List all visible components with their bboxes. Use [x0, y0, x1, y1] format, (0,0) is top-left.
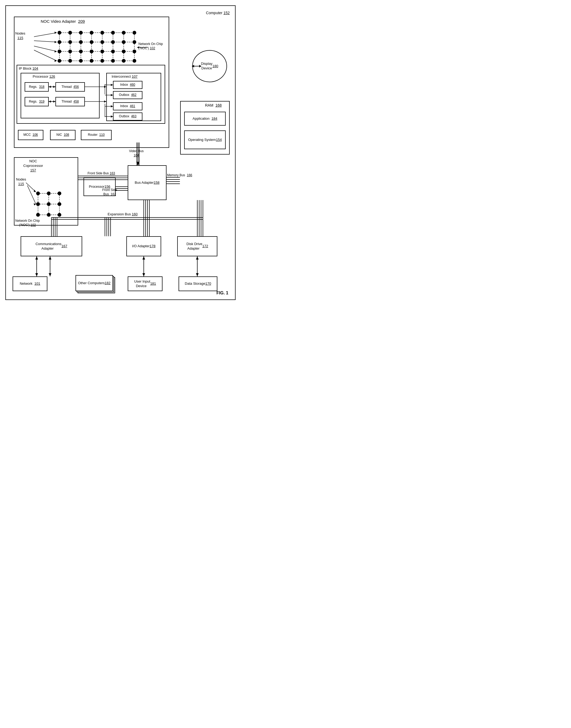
noc-label-top: Network On Chip('NOC') 102	[138, 42, 163, 50]
expansion-bus-label: Expansion Bus 160	[108, 212, 138, 217]
svg-marker-130	[35, 273, 38, 277]
outbox-462-box: Outbox 462	[113, 91, 142, 99]
interconnect-label: Interconnect 107	[112, 75, 138, 79]
nodes-label-bottom: Nodes115	[16, 177, 26, 186]
router-box: Router 110	[81, 130, 112, 140]
noc-video-adapter-label: NOC Video Adapter 209	[41, 19, 85, 24]
disk-drive-adapter-box: Disk DriveAdapter 172	[177, 236, 217, 256]
inbox-461-box: Inbox 461	[113, 102, 142, 110]
svg-marker-100	[136, 162, 139, 165]
processor-126-label: Processor 126	[33, 75, 55, 79]
noc-coprocessor-label: NOCCoprocessor157	[23, 159, 43, 173]
nic-box: NIC 108	[50, 130, 76, 140]
os-box: Operating System154	[184, 130, 226, 149]
fig-label: FIG. 1	[217, 291, 228, 295]
comm-adapter-box: CommunicationsAdapter 167	[21, 236, 82, 256]
ram-label: RAM 168	[205, 103, 222, 108]
front-side-bus-163-label: Front Side Bus 163	[88, 172, 115, 176]
thread-458-box: Thread 458	[55, 97, 85, 106]
ip-block-label: IP Block 104	[19, 67, 38, 71]
other-computers-group: Other Computers182	[76, 275, 113, 305]
svg-marker-140	[196, 256, 199, 259]
svg-marker-131	[35, 256, 38, 259]
regs-318-box: Regs. 318	[25, 82, 49, 92]
user-input-device-box: User InputDevice 181	[128, 277, 162, 291]
svg-marker-133	[49, 273, 51, 277]
svg-marker-137	[142, 256, 145, 259]
network-box: Network 101	[13, 277, 47, 291]
front-side-bus-162-label: Front SideBus 162	[102, 188, 117, 196]
regs-319-box: Regs. 319	[25, 97, 49, 106]
thread-456-box: Thread 456	[55, 82, 85, 92]
processor-126-box	[21, 73, 100, 118]
computer-label: Computer 152	[206, 11, 230, 15]
nodes-label-top: Nodes115	[15, 31, 25, 40]
io-adapter-box: I/O Adapter178	[126, 236, 161, 256]
data-storage-box: Data Storage170	[179, 277, 217, 291]
video-bus-label: Video Bus164	[129, 149, 144, 158]
outbox-463-box: Outbox 463	[113, 112, 142, 120]
bus-adapter-box: Bus Adapter158	[128, 165, 166, 200]
svg-marker-136	[142, 273, 145, 277]
memory-bus-label: Memory Bus 166	[167, 173, 192, 178]
display-device-box: DisplayDevice180	[192, 50, 227, 82]
svg-marker-134	[49, 256, 51, 259]
noc-bottom-label: Network On Chip('NOC') 102	[15, 219, 40, 227]
inbox-460-box: Inbox 460	[113, 81, 142, 89]
application-box: Application 184	[184, 112, 226, 126]
mcc-box: MCC 106	[18, 130, 43, 140]
svg-marker-139	[196, 273, 199, 277]
diagram-container: Computer 152 NOC Video Adapter 209	[5, 5, 236, 300]
